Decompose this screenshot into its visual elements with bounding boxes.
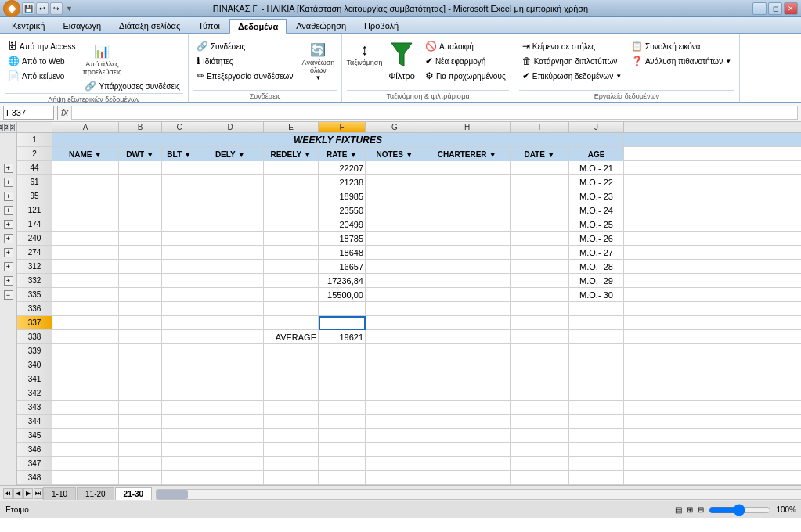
row-num-340[interactable]: 340 (17, 358, 52, 372)
sheet-prev-btn[interactable]: ◀ (13, 488, 23, 499)
redo-quick-btn[interactable]: ↪ (50, 2, 63, 15)
cell-240-col7[interactable] (424, 232, 511, 246)
cell-274-col0[interactable] (52, 246, 119, 260)
cell-340-col0[interactable] (52, 358, 119, 372)
cell-337-col1[interactable] (119, 316, 162, 330)
cell-341-col7[interactable] (424, 372, 511, 386)
cell-347-col7[interactable] (424, 457, 511, 471)
cell-337-col5[interactable] (319, 316, 366, 330)
row-num-174[interactable]: 174 (17, 217, 52, 232)
whatif-button[interactable]: ❓ Ανάλυση πιθανοτήτων ▼ (628, 54, 734, 68)
cell-121-col0[interactable] (52, 203, 119, 217)
cell-341-col9[interactable] (569, 372, 624, 386)
cell-336-col1[interactable] (119, 302, 162, 316)
cell-61-col5[interactable]: 21238 (319, 175, 366, 189)
cell-340-col3[interactable] (197, 358, 264, 372)
cell-95-col4[interactable] (264, 189, 319, 203)
row-num-121[interactable]: 121 (17, 203, 52, 217)
row-num-344[interactable]: 344 (17, 415, 52, 429)
cell-335-col9[interactable]: M.O.- 30 (569, 288, 624, 302)
expand-btn-61[interactable]: + (0, 175, 16, 189)
cell-240-col5[interactable]: 18785 (319, 232, 366, 246)
cell-332-col7[interactable] (424, 274, 511, 288)
cell-240-col8[interactable] (511, 232, 569, 246)
cell-61-col6[interactable] (366, 175, 424, 189)
cell-174-col6[interactable] (366, 217, 424, 232)
cell-337-col0[interactable] (52, 316, 119, 330)
cell-344-col4[interactable] (264, 415, 319, 429)
sheet-first-btn[interactable]: ⏮ (3, 488, 13, 499)
cell-342-col5[interactable] (319, 386, 366, 401)
edit-connections-btn[interactable]: ✏ Επεξεργασία συνδέσεων (193, 69, 297, 83)
cell-95-col7[interactable] (424, 189, 511, 203)
row-num-345[interactable]: 345 (17, 429, 52, 443)
row-num-341[interactable]: 341 (17, 372, 52, 386)
cell-338-col0[interactable] (52, 330, 119, 344)
cell-348-col1[interactable] (119, 471, 162, 485)
cell-348-col3[interactable] (197, 471, 264, 485)
undo-quick-btn[interactable]: ↩ (36, 2, 49, 15)
sheet-tab-21-30[interactable]: 21-30 (115, 487, 153, 500)
col-header-c[interactable]: C (162, 122, 197, 132)
col-header-i[interactable]: I (511, 122, 569, 132)
tab-diataxe[interactable]: Διάταξη σελίδας (110, 17, 189, 33)
cell-121-col1[interactable] (119, 203, 162, 217)
row-num-338[interactable]: 338 (17, 330, 52, 344)
cell-348-col8[interactable] (511, 471, 569, 485)
cell-341-col3[interactable] (197, 372, 264, 386)
col-header-e[interactable]: E (264, 122, 319, 132)
cell-347-col6[interactable] (366, 457, 424, 471)
expand-btn-121[interactable]: + (0, 203, 16, 217)
cell-95-col9[interactable]: M.O.- 23 (569, 189, 624, 203)
cell-343-col4[interactable] (264, 401, 319, 415)
cell-312-col6[interactable] (366, 260, 424, 274)
cell-345-col8[interactable] (511, 429, 569, 443)
cell-274-col7[interactable] (424, 246, 511, 260)
cell-336-col0[interactable] (52, 302, 119, 316)
row-num-339[interactable]: 339 (17, 344, 52, 358)
cell-343-col5[interactable] (319, 401, 366, 415)
cell-342-col6[interactable] (366, 386, 424, 401)
cell-347-col4[interactable] (264, 457, 319, 471)
cell-61-col3[interactable] (197, 175, 264, 189)
col-header-b[interactable]: B (119, 122, 162, 132)
row-num-337[interactable]: 337 (17, 316, 52, 330)
tab-kentrike[interactable]: Κεντρική (3, 17, 53, 33)
expand-btn-174[interactable]: + (0, 217, 16, 232)
cell-340-col8[interactable] (511, 358, 569, 372)
cell-174-col1[interactable] (119, 217, 162, 232)
cell-348-col7[interactable] (424, 471, 511, 485)
cell-312-col0[interactable] (52, 260, 119, 274)
cell-336-col3[interactable] (197, 302, 264, 316)
cell-348-col2[interactable] (162, 471, 197, 485)
cell-344-col9[interactable] (569, 415, 624, 429)
cell-332-col3[interactable] (197, 274, 264, 288)
cell-95-col3[interactable] (197, 189, 264, 203)
cell-344-col5[interactable] (319, 415, 366, 429)
zoom-slider[interactable] (709, 504, 771, 516)
row-num-336[interactable]: 336 (17, 302, 52, 316)
cell-339-col9[interactable] (569, 344, 624, 358)
cell-61-col2[interactable] (162, 175, 197, 189)
cell-337-col6[interactable] (366, 316, 424, 330)
sheet-last-btn[interactable]: ⏭ (34, 488, 43, 499)
cell-44-col0[interactable] (52, 161, 119, 175)
cell-44-col9[interactable]: M.O.- 21 (569, 161, 624, 175)
cell-240-col2[interactable] (162, 232, 197, 246)
cell-347-col8[interactable] (511, 457, 569, 471)
cell-348-col9[interactable] (569, 471, 624, 485)
cell-344-col3[interactable] (197, 415, 264, 429)
cell-240-col6[interactable] (366, 232, 424, 246)
cell-347-col5[interactable] (319, 457, 366, 471)
view-layout-icon[interactable]: ⊞ (687, 505, 693, 514)
formula-input[interactable] (71, 106, 798, 120)
expand-btn-44[interactable]: + (0, 161, 16, 175)
cell-343-col8[interactable] (511, 401, 569, 415)
cell-348-col4[interactable] (264, 471, 319, 485)
cell-345-col9[interactable] (569, 429, 624, 443)
cell-335-col5[interactable]: 15500,00 (319, 288, 366, 302)
cell-339-col4[interactable] (264, 344, 319, 358)
cell-337-col8[interactable] (511, 316, 569, 330)
cell-240-col1[interactable] (119, 232, 162, 246)
col-header-f[interactable]: F (319, 122, 366, 132)
